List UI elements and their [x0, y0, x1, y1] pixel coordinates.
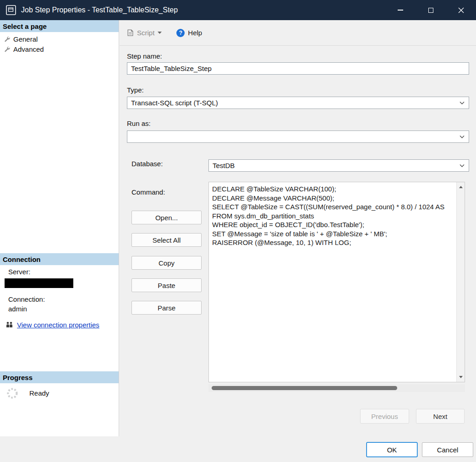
parse-button-label: Parse [158, 304, 175, 312]
progress-header: Progress [0, 371, 119, 383]
open-button[interactable]: Open... [131, 211, 202, 224]
database-label: Database: [131, 160, 163, 168]
cancel-button[interactable]: Cancel [422, 442, 473, 457]
script-icon [127, 29, 134, 36]
sidebar-item-label: Advanced [13, 45, 44, 53]
chevron-down-icon [460, 164, 465, 167]
cancel-button-label: Cancel [437, 446, 459, 454]
ok-button[interactable]: OK [367, 442, 417, 457]
step-name-input[interactable] [127, 62, 469, 75]
progress-spinner-icon [6, 387, 19, 402]
chevron-down-icon [460, 101, 465, 104]
titlebar: Job Step Properties - TestTable_TableSiz… [0, 0, 476, 20]
type-select-value: Transact-SQL script (T-SQL) [131, 99, 218, 107]
select-all-button[interactable]: Select All [131, 233, 202, 247]
chevron-down-icon [158, 32, 162, 34]
sidebar-item-advanced[interactable]: Advanced [4, 44, 44, 54]
sidebar-item-general[interactable]: General [4, 34, 38, 44]
server-label: Server: [8, 268, 30, 276]
chevron-down-icon [460, 135, 465, 138]
run-as-select[interactable] [127, 130, 469, 143]
connection-value: admin [8, 305, 27, 313]
view-connection-properties-link[interactable]: View connection properties [5, 321, 99, 329]
type-label: Type: [127, 86, 144, 94]
help-button[interactable]: ? Help [173, 27, 205, 39]
paste-button[interactable]: Paste [131, 278, 202, 292]
select-all-button-label: Select All [153, 236, 181, 244]
script-button-label: Script [137, 29, 154, 37]
job-step-properties-dialog: Job Step Properties - TestTable_TableSiz… [0, 0, 476, 462]
help-button-label: Help [188, 29, 202, 37]
window-title: Job Step Properties - TestTable_TableSiz… [21, 6, 178, 14]
run-as-label: Run as: [127, 120, 151, 127]
parse-button[interactable]: Parse [131, 301, 202, 315]
server-value-redacted [5, 278, 73, 288]
command-editor[interactable]: DECLARE @TableSize VARCHAR(100); DECLARE… [208, 182, 465, 382]
sidebar-item-label: General [13, 35, 38, 43]
view-connection-properties-label: View connection properties [17, 321, 99, 329]
connection-header: Connection [0, 253, 119, 265]
horizontal-scrollbar[interactable] [208, 384, 465, 392]
wrench-icon [4, 46, 10, 52]
wrench-icon [4, 36, 10, 42]
window-icon [6, 5, 16, 15]
ok-button-label: OK [387, 446, 397, 454]
sidebar: Select a page General Advanced Connectio… [0, 20, 119, 436]
paste-button-label: Paste [158, 282, 175, 289]
maximize-button[interactable] [416, 0, 446, 20]
minimize-button[interactable] [385, 0, 416, 20]
database-select-value: TestDB [213, 162, 235, 169]
close-icon [458, 7, 464, 13]
connection-properties-icon [5, 321, 13, 328]
open-button-label: Open... [155, 214, 178, 222]
scroll-up-arrow-icon[interactable] [457, 183, 465, 191]
previous-button-label: Previous [371, 413, 398, 420]
command-label: Command: [131, 188, 165, 196]
next-button[interactable]: Next [416, 409, 465, 424]
copy-button-label: Copy [159, 259, 175, 267]
window-controls [385, 0, 476, 20]
next-button-label: Next [433, 413, 448, 420]
scroll-down-arrow-icon[interactable] [457, 373, 465, 381]
connection-label: Connection: [8, 295, 45, 303]
help-icon: ? [176, 29, 185, 37]
vertical-scrollbar[interactable] [456, 182, 465, 382]
database-select[interactable]: TestDB [208, 159, 469, 172]
close-button[interactable] [446, 0, 476, 20]
dialog-toolbar: Script ? Help [120, 20, 476, 46]
previous-button[interactable]: Previous [360, 409, 409, 424]
command-text: DECLARE @TableSize VARCHAR(100); DECLARE… [212, 185, 455, 381]
type-select[interactable]: Transact-SQL script (T-SQL) [127, 97, 469, 109]
select-a-page-header: Select a page [0, 20, 119, 32]
progress-status: Ready [29, 389, 49, 397]
copy-button[interactable]: Copy [131, 256, 202, 270]
horizontal-scrollbar-thumb[interactable] [212, 386, 397, 390]
maximize-icon [428, 8, 433, 13]
step-name-label: Step name: [127, 52, 162, 60]
minimize-icon [398, 10, 403, 11]
script-button[interactable]: Script [124, 27, 165, 39]
